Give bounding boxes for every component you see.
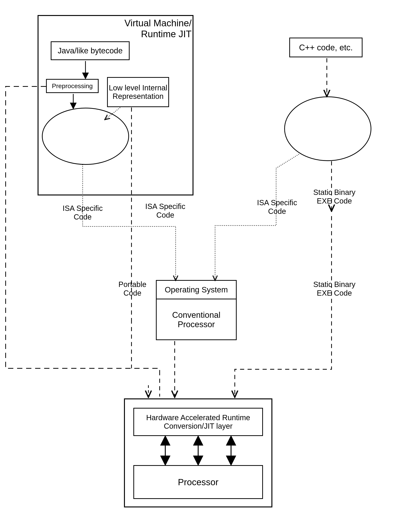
compiler-sub-label: X86, ARM, etc. [295,135,361,142]
vm-runtime-title: Virtual Machine/ Runtime JIT [90,18,192,39]
cpp-code-label: C++ code, etc. [299,43,353,52]
static-binary-mid: Static Binary EXE Code [308,280,361,297]
low-level-ir-label: Low level Internal Representation [108,84,168,100]
static-binary-top: Static Binary EXE Code [308,188,361,205]
conventional-processor-cell: Conventional Processor [157,299,236,340]
portable-code-label: Portable Code [114,280,151,297]
isa-label-mid: ISA Specific Code [139,202,192,219]
isa-label-left: ISA Specific Code [56,204,109,221]
hw-layer-label: Hardware Accelerated Runtime Conversion/… [146,413,250,430]
os-title-label: Operating System [165,285,228,294]
cpp-code-box: C++ code, etc. [289,38,362,57]
vm-jit-label: Virtual Machine/ JIT [49,128,120,147]
compiler-offline-label: Compiler (offline) [295,114,361,134]
processor-box: Processor [133,465,263,499]
hw-layer-box: Hardware Accelerated Runtime Conversion/… [133,408,263,436]
diagram-canvas: Virtual Machine/ Runtime JIT Java/like b… [0,0,420,520]
preprocessing-box: Preprocessing [46,79,99,93]
java-bytecode-box: Java/like bytecode [51,41,130,60]
os-title-cell: Operating System [157,281,236,299]
os-box: Operating System Conventional Processor [156,280,237,340]
processor-label: Processor [178,477,218,487]
isa-label-right: ISA Specific Code [251,198,303,215]
low-level-ir-box: Low level Internal Representation [107,77,169,107]
conventional-processor-label: Conventional Processor [172,310,220,329]
preprocessing-label: Preprocessing [52,82,93,90]
java-bytecode-label: Java/like bytecode [58,46,123,55]
